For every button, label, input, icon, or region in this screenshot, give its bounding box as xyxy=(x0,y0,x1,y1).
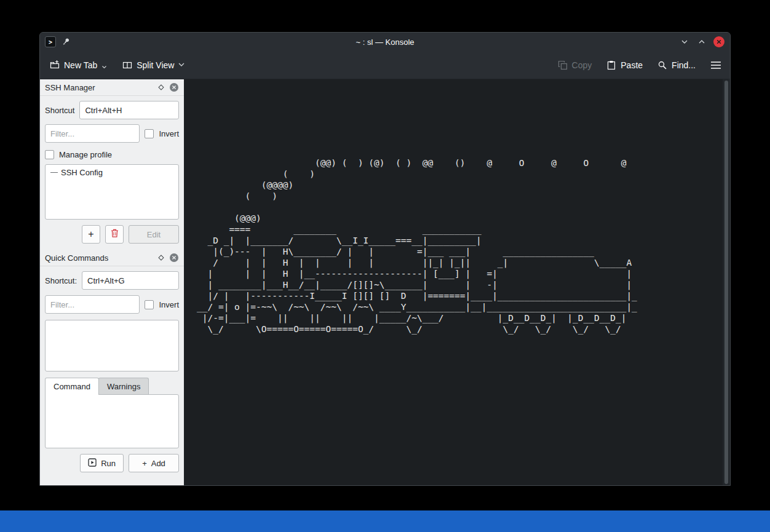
close-icon xyxy=(713,36,724,47)
terminal-area[interactable]: (@@) ( ) (@) ( ) @@ () @ O @ O @ ( ) (@@… xyxy=(185,79,730,485)
add-label: Add xyxy=(151,459,165,468)
quick-commands-list[interactable] xyxy=(45,320,179,371)
ssh-delete-button[interactable] xyxy=(105,225,124,244)
new-tab-button[interactable]: New Tab xyxy=(50,60,106,70)
ssh-manager-header: SSH Manager xyxy=(40,79,184,96)
new-tab-dropdown-arrow[interactable] xyxy=(102,66,106,69)
ssh-invert-label: Invert xyxy=(159,129,179,138)
split-view-dropdown-arrow[interactable] xyxy=(178,63,185,67)
new-tab-label: New Tab xyxy=(64,60,97,70)
ssh-manager-title: SSH Manager xyxy=(45,83,153,92)
paste-button[interactable]: Paste xyxy=(606,60,643,70)
close-panel-icon[interactable] xyxy=(169,82,179,92)
manage-profile-checkbox[interactable] xyxy=(45,150,54,159)
qc-shortcut-label: Shortcut: xyxy=(45,276,77,285)
tab-warnings[interactable]: Warnings xyxy=(98,378,149,395)
qc-invert-checkbox[interactable] xyxy=(145,300,154,309)
plus-icon: + xyxy=(142,459,147,468)
run-icon xyxy=(88,458,97,469)
command-editor[interactable] xyxy=(45,394,179,448)
minimize-button[interactable] xyxy=(678,36,691,48)
hamburger-icon xyxy=(710,61,721,69)
ssh-manager-panel: SSH Manager xyxy=(40,79,184,250)
scrollbar-handle[interactable] xyxy=(724,81,728,484)
ssh-filter-input[interactable] xyxy=(45,124,140,143)
close-button[interactable] xyxy=(713,36,725,48)
float-panel-icon[interactable] xyxy=(158,255,164,261)
qc-tab-bar: Command Warnings xyxy=(45,378,179,395)
hamburger-menu-button[interactable] xyxy=(710,61,721,69)
copy-icon xyxy=(558,60,568,70)
quick-commands-header: Quick Commands xyxy=(40,250,184,266)
ssh-shortcut-input[interactable] xyxy=(79,101,179,119)
tree-item-ssh-config[interactable]: SSH Config xyxy=(46,165,178,177)
find-button[interactable]: Find... xyxy=(657,60,696,70)
main-toolbar: New Tab Split View xyxy=(40,51,730,79)
quick-commands-title: Quick Commands xyxy=(45,253,153,263)
sidebar: SSH Manager xyxy=(40,79,185,485)
qc-shortcut-input[interactable] xyxy=(82,271,179,290)
copy-label: Copy xyxy=(572,60,592,70)
split-view-button[interactable]: Split View xyxy=(122,60,185,70)
window-title: ~ : sl — Konsole xyxy=(40,38,730,47)
manage-profile-label: Manage profile xyxy=(59,150,112,159)
quick-commands-panel: Quick Commands xyxy=(40,250,184,472)
trash-icon xyxy=(111,229,119,240)
qc-invert-label: Invert xyxy=(159,300,179,309)
tree-branch-icon xyxy=(50,172,58,173)
ssh-add-button[interactable]: + xyxy=(82,225,100,244)
qc-filter-input[interactable] xyxy=(45,295,140,314)
split-view-icon xyxy=(122,60,132,70)
float-panel-icon[interactable] xyxy=(158,84,164,90)
new-tab-icon xyxy=(50,60,60,70)
copy-button[interactable]: Copy xyxy=(558,60,592,70)
ssh-edit-button[interactable]: Edit xyxy=(129,225,179,244)
terminal-scrollbar[interactable] xyxy=(723,79,730,485)
paste-label: Paste xyxy=(621,60,643,70)
titlebar[interactable]: > ~ : sl — Konsole xyxy=(40,33,730,51)
ssh-invert-checkbox[interactable] xyxy=(145,129,154,138)
run-button[interactable]: Run xyxy=(80,454,124,472)
konsole-window: > ~ : sl — Konsole xyxy=(39,32,731,486)
maximize-button[interactable] xyxy=(696,36,708,48)
find-label: Find... xyxy=(672,60,696,70)
tree-item-label: SSH Config xyxy=(61,168,103,177)
ssh-config-tree[interactable]: SSH Config xyxy=(45,164,179,220)
taskbar[interactable] xyxy=(0,510,770,532)
terminal-output: (@@) ( ) (@) ( ) @@ () @ O @ O @ ( ) (@@… xyxy=(197,157,637,335)
run-label: Run xyxy=(101,459,116,468)
close-panel-icon[interactable] xyxy=(169,253,179,263)
ssh-shortcut-label: Shortcut xyxy=(45,106,74,115)
paste-icon xyxy=(606,60,616,70)
tab-command[interactable]: Command xyxy=(45,378,99,395)
search-icon xyxy=(657,60,667,70)
desktop: > ~ : sl — Konsole xyxy=(0,0,770,532)
pin-icon[interactable] xyxy=(61,37,71,47)
add-button[interactable]: + Add xyxy=(129,454,179,472)
split-view-label: Split View xyxy=(137,60,174,70)
konsole-app-icon: > xyxy=(45,36,56,47)
